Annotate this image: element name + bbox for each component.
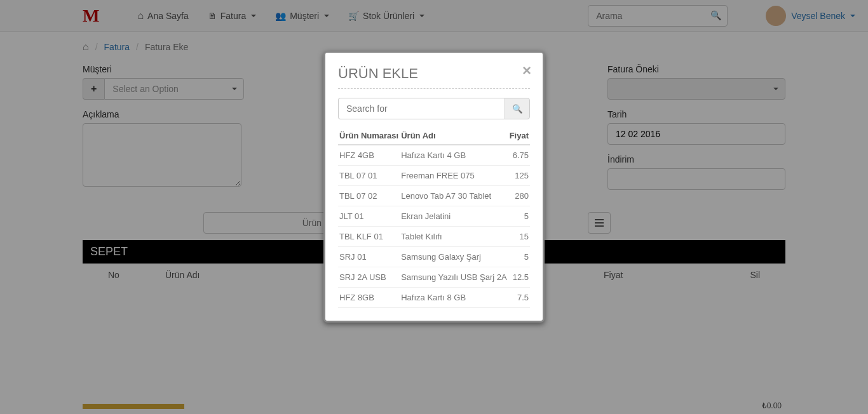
product-modal: × ÜRÜN EKLE Ürün Numarası Ürün Adı Fiyat… (323, 51, 545, 323)
cell-num: SRJ 01 (338, 247, 400, 267)
modal-close-button[interactable]: × (522, 62, 531, 79)
modal-search-button[interactable] (505, 98, 530, 119)
modal-search (338, 98, 530, 119)
cell-num: TBL 07 02 (338, 186, 400, 206)
search-icon (512, 104, 523, 114)
cell-name: Hafıza Kartı 4 GB (400, 145, 508, 166)
product-row[interactable]: TBL 07 02Lenovo Tab A7 30 Tablet280 (338, 186, 530, 206)
cell-price: 6.75 (508, 145, 530, 166)
product-row[interactable]: HFZ 4GBHafıza Kartı 4 GB6.75 (338, 145, 530, 166)
th-price: Fiyat (508, 127, 530, 145)
th-name: Ürün Adı (400, 127, 508, 145)
product-row[interactable]: SRJ 01Samsung Galaxy Şarj5 (338, 247, 530, 267)
cell-name: Freeman FREE 075 (400, 166, 508, 186)
product-row[interactable]: HFZ 8GBHafıza Kartı 8 GB7.5 (338, 288, 530, 308)
cell-name: Hafıza Kartı 8 GB (400, 288, 508, 308)
cell-price: 5 (508, 206, 530, 227)
cell-name: Tablet Kılıfı (400, 227, 508, 247)
cell-price: 280 (508, 186, 530, 206)
product-table: Ürün Numarası Ürün Adı Fiyat HFZ 4GBHafı… (338, 127, 530, 308)
cell-num: TBL 07 01 (338, 166, 400, 186)
product-row[interactable]: SRJ 2A USBSamsung Yazılı USB Şarj 2A12.5 (338, 267, 530, 288)
cell-num: HFZ 4GB (338, 145, 400, 166)
cell-price: 15 (508, 227, 530, 247)
product-row[interactable]: TBL 07 01Freeman FREE 075125 (338, 166, 530, 186)
cell-name: Ekran Jelatini (400, 206, 508, 227)
cell-price: 12.5 (508, 267, 530, 288)
cell-num: HFZ 8GB (338, 288, 400, 308)
cell-num: TBL KLF 01 (338, 227, 400, 247)
cell-name: Lenovo Tab A7 30 Tablet (400, 186, 508, 206)
cell-name: Samsung Galaxy Şarj (400, 247, 508, 267)
modal-search-input[interactable] (338, 98, 505, 119)
product-row[interactable]: TBL KLF 01Tablet Kılıfı15 (338, 227, 530, 247)
cell-num: JLT 01 (338, 206, 400, 227)
cell-price: 125 (508, 166, 530, 186)
product-row[interactable]: JLT 01Ekran Jelatini5 (338, 206, 530, 227)
modal-title: ÜRÜN EKLE (338, 65, 530, 89)
th-num: Ürün Numarası (338, 127, 400, 145)
cell-price: 7.5 (508, 288, 530, 308)
cell-price: 5 (508, 247, 530, 267)
cell-name: Samsung Yazılı USB Şarj 2A (400, 267, 508, 288)
cell-num: SRJ 2A USB (338, 267, 400, 288)
